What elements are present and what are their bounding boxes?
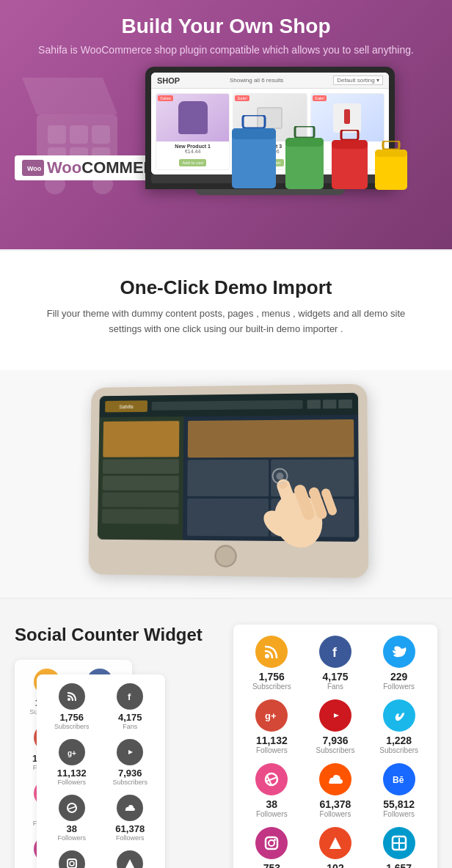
behance-label-lg: Followers <box>383 810 415 818</box>
social-item-instagram-lg: 753 Followers <box>244 827 299 868</box>
tw-label-lg: Followers <box>383 683 415 691</box>
shopping-bag-red <box>329 130 370 195</box>
fb-label-lg: Fans <box>327 683 343 691</box>
tw-count-lg: 229 <box>390 671 407 683</box>
fb-count-lg: 4,175 <box>322 671 348 683</box>
dribbble-count2: 38 <box>67 823 77 834</box>
svg-text:g+: g+ <box>68 749 76 757</box>
widget-card-large: 1,756 Subscribers f 4,175 Fans <box>233 625 437 868</box>
pinterest-count-lg: 1,657 <box>386 862 412 868</box>
social-right: 1,756 Subscribers f 4,175 Fans <box>233 625 437 868</box>
instagram-icon-dark <box>59 850 85 868</box>
section-demo: One-Click Demo Import Fill your theme wi… <box>0 251 452 370</box>
gplus-label-lg: Followers <box>256 746 288 754</box>
svg-text:Bē: Bē <box>393 775 404 785</box>
yt-icon-lg <box>319 699 351 732</box>
social-item-gplus-lg: g+ 11,132 Followers <box>244 699 299 754</box>
svg-rect-22 <box>375 150 407 157</box>
product-name: New Product 1 <box>158 144 227 149</box>
svg-rect-51 <box>68 859 76 868</box>
social-item-dribbble2: 38 Followers <box>45 795 98 842</box>
shop-content: Woo Woo COMMERCE SHOP Showing all 6 resu… <box>15 67 437 195</box>
social-title: Social Counter Widget <box>15 625 219 645</box>
svg-rect-5 <box>92 125 110 144</box>
shop-title: Build Your Own Shop <box>15 15 437 38</box>
add-to-cart-button[interactable]: Add to cart <box>179 159 206 166</box>
product-card: Sales New Product 1 €14.44 Add to cart <box>156 93 230 170</box>
dribbble-count-lg: 38 <box>266 798 278 810</box>
dribbble-label-lg: Followers <box>256 810 288 818</box>
hand-icon <box>241 448 343 558</box>
social-item-dribbble-lg: 38 Followers <box>244 763 299 818</box>
soundcloud-count-lg: 61,378 <box>320 798 351 810</box>
sale-badge: Sales <box>158 95 173 101</box>
yt-icon-dark <box>117 739 143 765</box>
product-info: New Product 1 €14.44 Add to cart <box>156 141 229 169</box>
twitter-icon-lg <box>383 636 415 668</box>
shopping-bag-green <box>282 126 327 195</box>
soundcloud-count2: 61,378 <box>115 823 145 834</box>
pinterest-icon-lg <box>383 827 415 859</box>
social-item-tw-lg: 229 Followers <box>371 636 426 691</box>
social-row: 753 Followers 102 Followers <box>45 850 156 868</box>
social-item-soundcloud-lg: 61,378 Followers <box>308 763 363 818</box>
svg-rect-19 <box>332 140 368 149</box>
fb-icon-lg: f <box>319 636 351 668</box>
rss-icon-dark <box>59 683 85 710</box>
vimeo-count-lg: 1,228 <box>386 735 412 746</box>
shopping-bag-yellow <box>373 141 409 195</box>
svg-marker-53 <box>125 859 134 868</box>
svg-rect-16 <box>285 138 324 147</box>
ipad-home-button[interactable] <box>214 545 236 567</box>
sale-badge: Sale! <box>313 95 327 101</box>
widget-card-front: 1,756 Subscribers f 4,175 Fans <box>37 674 165 868</box>
gplus-count-lg: 11,132 <box>256 735 288 746</box>
fb-count2: 4,175 <box>118 712 142 723</box>
rss-label-lg: Subscribers <box>252 683 291 691</box>
ipad-wrapper: Sahifa <box>87 385 365 575</box>
svg-point-54 <box>265 654 269 658</box>
shop-label: SHOP <box>157 76 180 85</box>
shop-header: SHOP Showing all 6 results Default sorti… <box>151 73 389 89</box>
dribbble-icon-lg <box>255 763 288 795</box>
dribbble-icon-dark <box>59 795 85 821</box>
fb-label2: Fans <box>123 723 137 730</box>
svg-text:g+: g+ <box>265 710 277 721</box>
demo-title: One-Click Demo Import <box>29 276 423 299</box>
svg-point-65 <box>274 839 276 841</box>
svg-rect-63 <box>266 837 277 849</box>
rss-label2: Subscribers <box>54 723 90 730</box>
svg-point-44 <box>68 698 70 701</box>
social-item-rss-lg: 1,756 Subscribers <box>244 636 299 691</box>
instagram-icon-lg <box>255 827 288 859</box>
soundcloud-label2: Followers <box>116 834 145 842</box>
social-item-behance-lg: Bē 55,812 Followers <box>371 763 426 818</box>
svg-rect-3 <box>48 125 66 144</box>
vimeo-label-lg: Subscribers <box>379 746 418 754</box>
rss-count-lg: 1,756 <box>259 671 285 683</box>
svg-rect-4 <box>70 125 88 144</box>
demo-description: Fill your theme with dummy content posts… <box>29 306 423 337</box>
vimeo-icon-lg <box>383 699 415 732</box>
yt-count-lg: 7,936 <box>322 735 348 746</box>
laptop-mockup: SHOP Showing all 6 results Default sorti… <box>145 67 395 195</box>
gplus-icon-lg: g+ <box>255 699 288 732</box>
sale-badge: Sale! <box>235 95 249 101</box>
svg-point-52 <box>70 861 74 866</box>
section-shop: Build Your Own Shop Sahifa is WooCommerc… <box>0 0 452 249</box>
social-item-fb-lg: f 4,175 Fans <box>308 636 363 691</box>
social-item-fb2: f 4,175 Fans <box>104 683 157 730</box>
social-item-gplus2: g+ 11,132 Followers <box>45 739 98 786</box>
svg-text:Woo: Woo <box>27 165 41 172</box>
social-item-pinterest-lg: 1,657 Followers <box>371 827 426 868</box>
svg-marker-66 <box>329 837 341 849</box>
rss-icon-lg <box>255 636 288 668</box>
social-row: 1,756 Subscribers f 4,175 Fans <box>45 683 156 730</box>
svg-point-64 <box>269 840 274 846</box>
social-item-vimeo-lg: 1,228 Subscribers <box>371 699 426 754</box>
soundcloud-label-lg: Followers <box>320 810 351 818</box>
social-item-stumble2: 102 Followers <box>104 850 157 868</box>
section-social: Social Counter Widget 1,756 Subscribers <box>0 599 452 868</box>
stumble-icon-lg <box>319 827 351 859</box>
svg-rect-13 <box>232 128 276 139</box>
